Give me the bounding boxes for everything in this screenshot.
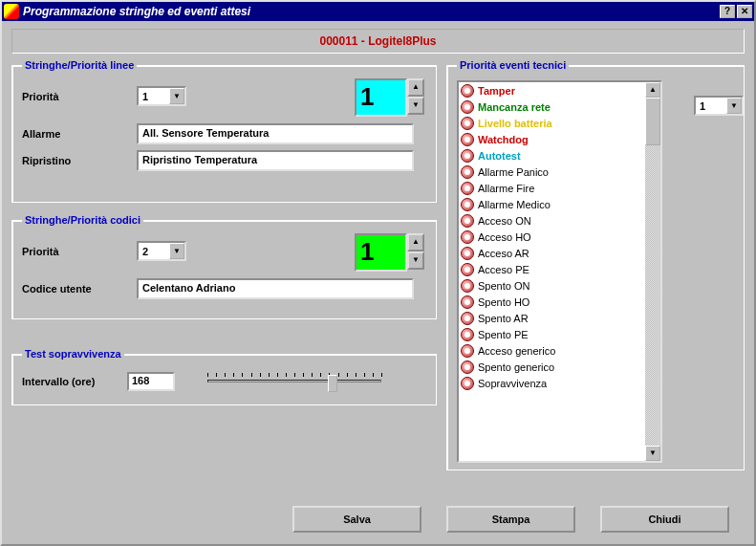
label-linee-priorita: Priorità — [22, 91, 137, 102]
close-button[interactable]: ✕ — [737, 5, 752, 18]
slider-intervallo[interactable] — [204, 369, 385, 394]
event-icon — [461, 295, 474, 309]
scroll-down-icon[interactable]: ▼ — [645, 446, 660, 461]
list-item-label: Tamper — [478, 85, 515, 97]
event-icon — [461, 117, 474, 130]
event-icon — [461, 344, 474, 358]
label-ripristino: Ripristino — [22, 155, 137, 166]
label-codici-priorita: Priorità — [22, 246, 137, 257]
combo-eventi-priorita[interactable]: 1 ▼ — [694, 96, 744, 116]
legend-linee: Stringhe/Priorità linee — [22, 59, 137, 71]
list-item-label: Acceso ON — [478, 215, 531, 227]
event-icon — [461, 263, 474, 276]
event-icon — [461, 377, 474, 390]
header-box: 000011 - Logitel8Plus — [11, 29, 745, 54]
event-icon — [461, 84, 474, 98]
header-text: 000011 - Logitel8Plus — [319, 34, 436, 48]
save-button[interactable]: Salva — [292, 506, 421, 533]
list-item-label: Spento generico — [478, 361, 554, 373]
list-item[interactable]: Mancanza rete — [459, 98, 660, 115]
list-item[interactable]: Spento AR — [459, 310, 660, 326]
list-item-label: Watchdog — [478, 134, 529, 145]
list-item-label: Acceso HO — [478, 231, 531, 243]
label-intervallo: Intervallo (ore) — [22, 376, 127, 387]
button-bar: Salva Stampa Chiudi — [2, 506, 754, 533]
input-ripristino[interactable]: Ripristino Temperatura — [137, 150, 414, 171]
event-icon — [461, 100, 474, 114]
event-icon — [461, 149, 474, 163]
label-allarme: Allarme — [22, 128, 137, 140]
window-title: Programmazione stringhe ed eventi attesi — [23, 5, 718, 18]
list-item-label: Allarme Panico — [478, 166, 549, 178]
listbox-eventi[interactable]: TamperMancanza reteLivello batteriaWatch… — [457, 80, 662, 463]
client-area: 000011 - Logitel8Plus Stringhe/Priorità … — [2, 21, 754, 544]
event-icon — [461, 165, 474, 179]
input-codice-utente[interactable]: Celentano Adriano — [137, 278, 414, 299]
list-item-label: Spento PE — [478, 329, 529, 340]
titlebar: Programmazione stringhe ed eventi attesi… — [2, 2, 754, 21]
combo-codici-priorita[interactable]: 2 ▼ — [137, 241, 186, 261]
list-item-label: Spento ON — [478, 280, 529, 292]
event-icon — [461, 182, 474, 195]
list-item[interactable]: Sopravvivenza — [459, 375, 660, 391]
event-icon — [461, 230, 474, 244]
list-item-label: Sopravvivenza — [478, 378, 547, 389]
scroll-up-icon[interactable]: ▲ — [645, 82, 660, 98]
event-icon — [461, 247, 474, 260]
slider-thumb[interactable] — [328, 375, 337, 392]
list-item[interactable]: Tamper — [459, 82, 660, 98]
list-item-label: Allarme Medico — [478, 199, 551, 210]
close-dialog-button[interactable]: Chiudi — [600, 506, 729, 533]
help-button[interactable]: ? — [720, 5, 735, 18]
window: Programmazione stringhe ed eventi attesi… — [0, 0, 756, 546]
list-item[interactable]: Acceso PE — [459, 261, 660, 277]
list-item[interactable]: Spento PE — [459, 326, 660, 342]
list-item-label: Mancanza rete — [478, 101, 551, 113]
list-item[interactable]: Spento ON — [459, 277, 660, 294]
legend-codici: Stringhe/Priorità codici — [22, 214, 143, 226]
list-item[interactable]: Acceso ON — [459, 212, 660, 229]
spin-up-icon[interactable]: ▲ — [407, 233, 424, 251]
list-item-label: Spento AR — [478, 313, 529, 324]
list-item[interactable]: Autotest — [459, 147, 660, 164]
list-item-label: Acceso PE — [478, 264, 529, 275]
list-item[interactable]: Livello batteria — [459, 115, 660, 131]
legend-eventi: Priorità eventi tecnici — [457, 59, 569, 71]
list-item[interactable]: Acceso generico — [459, 342, 660, 359]
event-icon — [461, 279, 474, 293]
spin-up-icon[interactable]: ▲ — [407, 78, 424, 97]
list-item[interactable]: Spento generico — [459, 359, 660, 375]
chevron-down-icon[interactable]: ▼ — [169, 88, 184, 104]
spin-down-icon[interactable]: ▼ — [407, 97, 424, 115]
list-item-label: Spento HO — [478, 296, 529, 308]
print-button[interactable]: Stampa — [446, 506, 575, 533]
list-item[interactable]: Allarme Medico — [459, 196, 660, 212]
group-survival: Test sopravvivenza Intervallo (ore) 168 — [11, 348, 437, 405]
linee-display: 1 — [355, 78, 407, 117]
list-item-label: Allarme Fire — [478, 183, 534, 194]
input-allarme[interactable]: All. Sensore Temperatura — [137, 123, 414, 144]
event-icon — [461, 214, 474, 228]
scrollbar[interactable]: ▲ ▼ — [645, 82, 660, 461]
linee-spinner[interactable]: ▲ ▼ — [407, 78, 424, 115]
list-item[interactable]: Spento HO — [459, 294, 660, 310]
chevron-down-icon[interactable]: ▼ — [169, 243, 184, 259]
list-item[interactable]: Acceso HO — [459, 229, 660, 245]
list-item[interactable]: Watchdog — [459, 131, 660, 147]
event-icon — [461, 360, 474, 374]
combo-linee-priorita[interactable]: 1 ▼ — [137, 86, 186, 106]
spin-down-icon[interactable]: ▼ — [407, 251, 424, 270]
chevron-down-icon[interactable]: ▼ — [726, 98, 742, 114]
codici-spinner[interactable]: ▲ ▼ — [407, 233, 424, 270]
label-codice-utente: Codice utente — [22, 283, 137, 295]
app-icon — [4, 4, 19, 19]
scroll-thumb[interactable] — [645, 98, 660, 145]
event-icon — [461, 328, 474, 341]
list-item-label: Autotest — [478, 150, 521, 162]
event-icon — [461, 198, 474, 211]
list-item[interactable]: Allarme Fire — [459, 180, 660, 196]
input-intervallo[interactable]: 168 — [127, 372, 175, 391]
list-item[interactable]: Acceso AR — [459, 245, 660, 261]
list-item[interactable]: Allarme Panico — [459, 164, 660, 180]
list-item-label: Acceso AR — [478, 248, 529, 259]
